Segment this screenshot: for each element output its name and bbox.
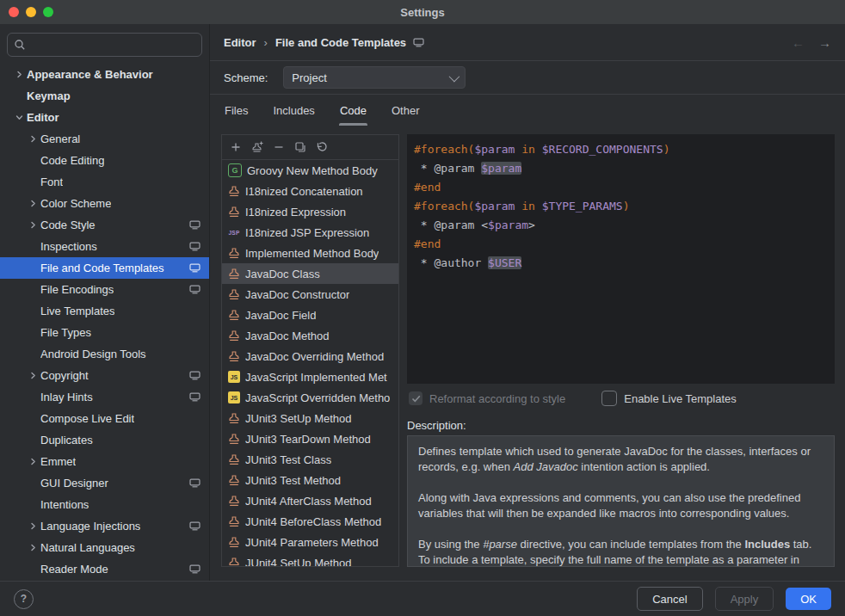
sidebar-item-code-style[interactable]: Code Style (0, 214, 209, 236)
template-item-i18nized-jsp-expression[interactable]: JSPI18nized JSP Expression (222, 222, 398, 243)
back-arrow-icon[interactable]: ← (792, 35, 805, 50)
template-item-junit4-afterclass-method[interactable]: JUnit4 AfterClass Method (222, 490, 398, 511)
sidebar-item-code-editing[interactable]: Code Editing (0, 150, 209, 171)
template-item-javascript-overridden-metho[interactable]: JSJavaScript Overridden Metho (222, 387, 398, 408)
minimize-button[interactable] (26, 7, 36, 17)
chevron-placeholder (26, 498, 40, 512)
add-child-template-button[interactable] (250, 139, 265, 155)
copy-template-button[interactable] (293, 139, 308, 155)
template-item-javascript-implemented-met[interactable]: JSJavaScript Implemented Met (222, 367, 398, 387)
template-item-javadoc-constructor[interactable]: JavaDoc Constructor (222, 284, 398, 305)
help-button[interactable]: ? (14, 589, 34, 609)
reformat-checkbox[interactable]: Reformat according to style (409, 391, 565, 405)
sidebar-item-intentions[interactable]: Intentions (0, 494, 209, 515)
file-template-icon (228, 495, 240, 507)
template-options: Reformat according to style Enable Live … (407, 384, 835, 413)
template-item-javadoc-overriding-method[interactable]: JavaDoc Overriding Method (222, 346, 398, 367)
sidebar-item-keymap[interactable]: Keymap (0, 85, 209, 107)
chevron-right-icon[interactable] (26, 197, 40, 211)
chevron-right-icon[interactable] (12, 68, 27, 82)
tab-includes[interactable]: Includes (272, 95, 315, 126)
sidebar-item-editor[interactable]: Editor (0, 107, 209, 128)
sidebar-item-file-encodings[interactable]: File Encodings (0, 279, 209, 300)
sidebar-item-inspections[interactable]: Inspections (0, 236, 209, 257)
apply-button[interactable]: Apply (715, 587, 774, 611)
chevron-right-icon[interactable] (26, 219, 40, 232)
sidebar-item-label: Natural Languages (40, 541, 135, 554)
sidebar-item-compose-live-edit[interactable]: Compose Live Edit (0, 408, 209, 429)
chevron-right-icon[interactable] (26, 455, 40, 469)
sidebar-item-natural-languages[interactable]: Natural Languages (0, 537, 209, 558)
settings-search[interactable] (7, 33, 202, 57)
chevron-right-icon[interactable] (26, 541, 40, 555)
template-item-i18nized-concatenation[interactable]: I18nized Concatenation (222, 181, 398, 201)
chevron-right-icon[interactable] (26, 132, 40, 146)
template-item-junit3-teardown-method[interactable]: JUnit3 TearDown Method (222, 428, 398, 449)
cancel-button[interactable]: Cancel (637, 587, 702, 611)
template-item-javadoc-method[interactable]: JavaDoc Method (222, 325, 398, 346)
chevron-placeholder (12, 89, 27, 103)
forward-arrow-icon[interactable]: → (818, 35, 831, 50)
template-item-javadoc-class[interactable]: JavaDoc Class (222, 263, 398, 284)
sidebar-item-duplicates[interactable]: Duplicates (0, 429, 209, 451)
tab-other[interactable]: Other (391, 95, 421, 126)
sidebar-item-reader-mode[interactable]: Reader Mode (0, 558, 209, 580)
template-item-label: JUnit4 BeforeClass Method (245, 515, 381, 528)
sidebar-item-general[interactable]: General (0, 128, 209, 150)
tab-code[interactable]: Code (339, 95, 367, 126)
template-item-label: JavaDoc Constructor (245, 288, 349, 301)
breadcrumb-parent[interactable]: Editor (224, 36, 256, 49)
reset-template-button[interactable] (314, 139, 330, 155)
sidebar-item-label: Compose Live Edit (40, 412, 134, 425)
sidebar-item-android-design-tools[interactable]: Android Design Tools (0, 343, 209, 365)
code-line: #end (414, 235, 828, 254)
template-item-junit3-test-class[interactable]: JUnit3 Test Class (222, 449, 398, 470)
template-item-junit4-setup-method[interactable]: JUnit4 SetUp Method (222, 552, 398, 566)
add-template-button[interactable] (228, 139, 244, 155)
sidebar-item-label: Appearance & Behavior (27, 68, 153, 81)
template-item-groovy-new-method-body[interactable]: GGroovy New Method Body (222, 160, 398, 181)
sidebar-item-label: General (40, 132, 80, 145)
sidebar-item-gui-designer[interactable]: GUI Designer (0, 472, 209, 494)
sidebar-item-label: Language Injections (40, 520, 140, 533)
breadcrumb: Editor › File and Code Templates ← → (210, 24, 845, 61)
plus-icon (229, 140, 243, 154)
sidebar-item-file-types[interactable]: File Types (0, 322, 209, 343)
chevron-down-icon[interactable] (12, 111, 27, 125)
template-item-junit4-beforeclass-method[interactable]: JUnit4 BeforeClass Method (222, 511, 398, 532)
sidebar-item-label: Inspections (40, 240, 97, 253)
sidebar-item-language-injections[interactable]: Language Injections (0, 515, 209, 537)
template-item-implemented-method-body[interactable]: Implemented Method Body (222, 243, 398, 263)
template-item-junit4-parameters-method[interactable]: JUnit4 Parameters Method (222, 532, 398, 552)
scheme-value: Project (292, 71, 449, 84)
sidebar-item-copyright[interactable]: Copyright (0, 365, 209, 386)
search-icon (14, 39, 26, 51)
sidebar-item-label: Color Scheme (40, 197, 111, 210)
ok-button[interactable]: OK (786, 588, 831, 610)
settings-scope-icon (189, 220, 200, 230)
template-item-junit3-test-method[interactable]: JUnit3 Test Method (222, 470, 398, 490)
scheme-dropdown[interactable]: Project (283, 66, 466, 89)
template-editor[interactable]: #foreach($param in $RECORD_COMPONENTS) *… (407, 134, 835, 384)
undo-icon (315, 140, 329, 154)
sidebar-item-color-scheme[interactable]: Color Scheme (0, 193, 209, 214)
close-button[interactable] (9, 7, 19, 17)
template-item-i18nized-expression[interactable]: I18nized Expression (222, 201, 398, 222)
sidebar-item-inlay-hints[interactable]: Inlay Hints (0, 386, 209, 408)
settings-tree: Appearance & BehaviorKeymapEditorGeneral… (0, 64, 209, 581)
sidebar-item-font[interactable]: Font (0, 171, 209, 193)
enable-live-templates-checkbox[interactable]: Enable Live Templates (601, 391, 737, 406)
sidebar-item-appearance-behavior[interactable]: Appearance & Behavior (0, 64, 209, 85)
chevron-right-icon[interactable] (26, 369, 40, 383)
tab-files[interactable]: Files (224, 95, 249, 126)
sidebar-item-file-and-code-templates[interactable]: File and Code Templates (0, 257, 209, 279)
remove-template-button[interactable] (271, 139, 287, 155)
description-box[interactable]: Defines template which used to generate … (407, 435, 835, 567)
template-item-junit3-setup-method[interactable]: JUnit3 SetUp Method (222, 408, 398, 428)
sidebar-item-emmet[interactable]: Emmet (0, 451, 209, 472)
chevron-right-icon[interactable] (26, 520, 40, 533)
sidebar-item-live-templates[interactable]: Live Templates (0, 300, 209, 322)
zoom-button[interactable] (43, 7, 53, 17)
search-input[interactable] (31, 38, 195, 52)
template-item-javadoc-field[interactable]: JavaDoc Field (222, 305, 398, 325)
